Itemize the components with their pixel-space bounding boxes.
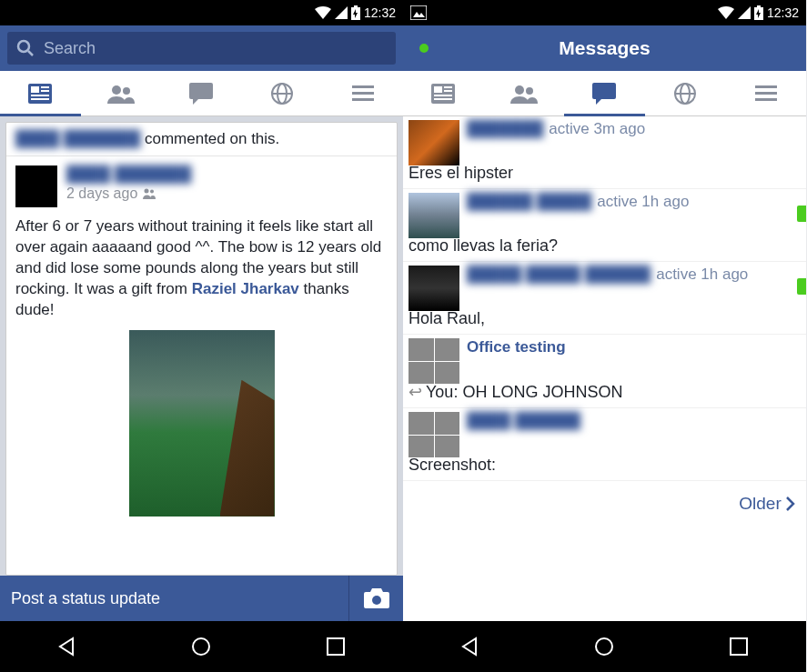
chevron-right-icon bbox=[786, 496, 795, 511]
tab-friends[interactable] bbox=[484, 71, 565, 115]
svg-point-17 bbox=[150, 190, 154, 194]
audience-icon bbox=[143, 188, 156, 199]
svg-point-16 bbox=[145, 189, 149, 194]
wifi-icon bbox=[315, 6, 331, 19]
globe-icon bbox=[271, 83, 293, 105]
nav-back-icon bbox=[460, 637, 480, 657]
search-input[interactable]: Search bbox=[7, 32, 396, 65]
battery-icon bbox=[754, 5, 763, 20]
camera-button[interactable] bbox=[348, 576, 403, 621]
message-thread[interactable]: ████ ██████ Screenshot: bbox=[403, 408, 806, 481]
android-status-bar: 12:32 bbox=[403, 0, 806, 25]
avatar bbox=[409, 193, 459, 238]
compose-status[interactable]: Post a status update bbox=[0, 589, 348, 608]
tab-messages[interactable] bbox=[564, 71, 645, 115]
thread-preview: Hola Raul, bbox=[409, 286, 801, 328]
tab-notifications[interactable] bbox=[645, 71, 726, 115]
friends-icon bbox=[107, 84, 135, 104]
status-time: 12:32 bbox=[767, 5, 799, 20]
thread-preview: Eres el hipster bbox=[409, 140, 801, 183]
phone-messages: 12:32 Messages ██████ bbox=[403, 0, 806, 672]
activity-action: commented on this. bbox=[145, 130, 279, 147]
svg-rect-13 bbox=[352, 85, 374, 88]
nav-back-icon bbox=[57, 637, 77, 657]
message-thread[interactable]: ██████ █████ active 1h ago como llevas l… bbox=[403, 189, 806, 262]
thread-status: active 3m ago bbox=[549, 120, 645, 138]
feed-post[interactable]: ████ ███████ commented on this. ████ ███… bbox=[5, 122, 398, 576]
svg-rect-4 bbox=[41, 86, 49, 88]
svg-point-9 bbox=[123, 87, 130, 95]
android-nav-bar bbox=[0, 621, 403, 672]
svg-point-0 bbox=[18, 41, 29, 52]
nav-back[interactable] bbox=[40, 628, 95, 665]
svg-rect-15 bbox=[352, 98, 374, 101]
globe-icon bbox=[674, 83, 696, 105]
tab-notifications[interactable] bbox=[242, 71, 323, 115]
avatar[interactable] bbox=[15, 165, 57, 207]
nav-back[interactable] bbox=[443, 628, 498, 665]
nav-home[interactable] bbox=[577, 628, 631, 665]
svg-rect-25 bbox=[444, 86, 452, 88]
thread-preview: Screenshot: bbox=[409, 432, 801, 475]
tab-bar bbox=[0, 71, 403, 116]
tab-newsfeed[interactable] bbox=[0, 71, 81, 115]
thread-status: active 1h ago bbox=[597, 193, 689, 211]
thread-name: ███████ bbox=[467, 120, 543, 138]
tab-friends[interactable] bbox=[81, 71, 162, 115]
app-bar: Search bbox=[0, 25, 403, 71]
signal-icon bbox=[335, 6, 348, 19]
feed-content: ████ ███████ commented on this. ████ ███… bbox=[0, 116, 403, 576]
svg-rect-34 bbox=[755, 85, 777, 88]
nav-home[interactable] bbox=[174, 628, 228, 665]
message-thread[interactable]: ███████ active 3m ago Eres el hipster bbox=[403, 116, 806, 189]
message-thread[interactable]: Office testing ↩You: OH LONG JOHNSON bbox=[403, 335, 806, 408]
post-time: 2 days ago bbox=[66, 186, 191, 202]
mention-link[interactable]: Raziel Jharkav bbox=[192, 280, 299, 297]
tab-menu[interactable] bbox=[322, 71, 403, 115]
thread-name: ██████ █████ bbox=[467, 193, 591, 211]
thread-name: ████ ██████ bbox=[467, 412, 580, 430]
post-author[interactable]: ████ ███████ bbox=[66, 165, 191, 184]
activity-line: ████ ███████ commented on this. bbox=[6, 123, 397, 156]
svg-point-37 bbox=[596, 638, 612, 655]
svg-rect-27 bbox=[434, 95, 452, 96]
nav-recent[interactable] bbox=[711, 628, 766, 665]
svg-rect-21 bbox=[410, 5, 427, 20]
post-body: After 6 or 7 years without training it f… bbox=[6, 216, 397, 330]
thread-status: active 1h ago bbox=[656, 266, 748, 284]
svg-rect-38 bbox=[731, 638, 747, 655]
older-link[interactable]: Older bbox=[403, 481, 806, 527]
svg-point-30 bbox=[526, 87, 533, 95]
status-time: 12:32 bbox=[364, 5, 396, 20]
svg-line-1 bbox=[28, 51, 33, 55]
thread-preview: ↩You: OH LONG JOHNSON bbox=[409, 358, 801, 402]
thread-name: █████ █████ ██████ bbox=[467, 266, 651, 284]
image-notification-icon bbox=[410, 5, 427, 20]
compose-bar: Post a status update bbox=[0, 576, 403, 621]
message-thread[interactable]: █████ █████ ██████ active 1h ago Hola Ra… bbox=[403, 262, 806, 335]
svg-rect-7 bbox=[31, 98, 49, 100]
phone-newsfeed: 12:32 Search ████ ███████ commented on bbox=[0, 0, 403, 672]
messages-content: ███████ active 3m ago Eres el hipster ██… bbox=[403, 116, 806, 621]
presence-indicator bbox=[419, 44, 429, 53]
svg-rect-24 bbox=[434, 86, 442, 93]
svg-point-8 bbox=[112, 85, 121, 95]
nav-recent[interactable] bbox=[308, 628, 363, 665]
friends-icon bbox=[510, 84, 538, 104]
svg-rect-36 bbox=[755, 98, 777, 101]
hamburger-icon bbox=[755, 85, 777, 102]
newsfeed-icon bbox=[28, 84, 52, 104]
group-avatar bbox=[409, 338, 459, 384]
tab-messages[interactable] bbox=[161, 71, 242, 115]
messages-icon bbox=[592, 83, 616, 105]
mobile-indicator bbox=[797, 278, 806, 295]
post-image[interactable] bbox=[129, 330, 275, 517]
search-icon bbox=[16, 39, 35, 57]
svg-rect-26 bbox=[444, 90, 452, 92]
page-title: Messages bbox=[429, 37, 781, 59]
svg-rect-20 bbox=[328, 638, 344, 655]
tab-menu[interactable] bbox=[725, 71, 806, 115]
svg-rect-6 bbox=[31, 95, 49, 96]
avatar bbox=[409, 266, 459, 311]
tab-newsfeed[interactable] bbox=[403, 71, 484, 115]
